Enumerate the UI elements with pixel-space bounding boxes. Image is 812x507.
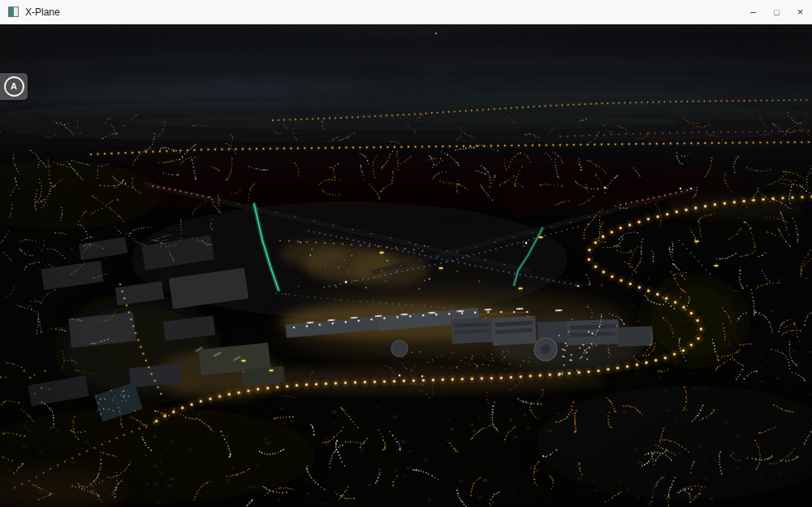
- window-title: X-Plane: [25, 6, 60, 18]
- xplane-window: { "window": { "title": "X-Plane", "contr…: [0, 0, 812, 507]
- parked-aircraft: [456, 310, 464, 313]
- flyout-label: A: [11, 82, 17, 91]
- scene-svg: [0, 24, 812, 507]
- circled-a-icon: A: [4, 76, 24, 97]
- close-button[interactable]: ×: [788, 0, 812, 24]
- settings-flyout-button[interactable]: A: [0, 73, 28, 100]
- parked-aircraft: [428, 312, 435, 314]
- app-icon: [8, 6, 19, 17]
- minimize-button[interactable]: –: [741, 0, 765, 24]
- parked-aircraft: [516, 308, 523, 310]
- simulator-viewport[interactable]: A: [0, 24, 812, 507]
- parked-aircraft: [400, 314, 408, 316]
- window-controls: – □ ×: [741, 0, 812, 24]
- parked-aircraft: [484, 309, 491, 311]
- title-bar[interactable]: X-Plane – □ ×: [0, 0, 812, 24]
- parked-aircraft: [555, 310, 562, 312]
- maximize-button[interactable]: □: [765, 0, 788, 24]
- taxiway-blue-4: [677, 239, 711, 275]
